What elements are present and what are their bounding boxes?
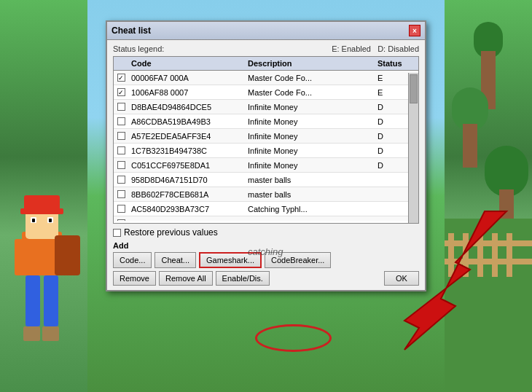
table-row: AC5840D293BA73C7Catching Typhl... bbox=[114, 202, 418, 216]
row-description: Catching Ho-oh bbox=[245, 219, 375, 222]
row-checkbox-cell bbox=[114, 175, 128, 184]
row-code: E9EF5CA70B0030CF bbox=[128, 219, 245, 222]
row-checkbox-cell bbox=[114, 160, 128, 170]
bottom-buttons-row: Remove Remove All Enable/Dis. OK bbox=[113, 271, 419, 286]
row-checkbox[interactable] bbox=[117, 161, 125, 169]
table-row: E9EF5CA70B0030CFCatching Ho-oh bbox=[114, 216, 418, 221]
catching-annotation: catching bbox=[248, 246, 283, 257]
row-code: AC5840D293BA73C7 bbox=[128, 204, 245, 214]
col-checkbox bbox=[114, 58, 128, 68]
status-legend-row: Status legend: E: Enabled D: Disabled bbox=[113, 44, 419, 53]
dialog-titlebar: Cheat list × bbox=[107, 22, 425, 40]
row-checkbox-cell bbox=[114, 102, 128, 111]
row-code: 8BB602F78CEB681A bbox=[128, 189, 245, 200]
table-row: C051CCF6975E8DA1Infinite MoneyD bbox=[114, 158, 418, 173]
svg-rect-2 bbox=[15, 239, 29, 275]
restore-checkbox[interactable] bbox=[113, 229, 121, 237]
row-checkbox[interactable] bbox=[117, 146, 125, 154]
table-row: A57E2EDEA5AFF3E4Infinite MoneyD bbox=[114, 129, 418, 144]
row-description: master balls bbox=[245, 175, 375, 185]
svg-rect-23 bbox=[463, 233, 469, 277]
row-checkbox[interactable] bbox=[117, 74, 125, 82]
row-checkbox-cell bbox=[114, 73, 128, 82]
scrollbar[interactable] bbox=[408, 73, 418, 223]
status-legend-label: Status legend: bbox=[113, 44, 164, 53]
row-description: Catching Typhl... bbox=[245, 204, 375, 214]
svg-rect-7 bbox=[42, 326, 59, 341]
status-legend-key: E: Enabled D: Disabled bbox=[332, 44, 419, 53]
cheat-table: Code Description Status 00006FA7 000AMas… bbox=[113, 56, 419, 224]
table-body: 00006FA7 000AMaster Code Fo...E1006AF88 … bbox=[114, 71, 418, 221]
remove-button[interactable]: Remove bbox=[113, 271, 156, 286]
restore-label: Restore previous values bbox=[124, 227, 218, 238]
row-description: Infinite Money bbox=[245, 117, 375, 127]
svg-rect-24 bbox=[477, 233, 483, 277]
row-code: 1C7B3231B494738C bbox=[128, 146, 245, 156]
svg-rect-4 bbox=[26, 275, 40, 326]
svg-rect-22 bbox=[448, 233, 454, 277]
table-row: 8BB602F78CEB681Amaster balls bbox=[114, 187, 418, 202]
table-header: Code Description Status bbox=[114, 57, 418, 71]
cheat-button[interactable]: Cheat... bbox=[154, 252, 196, 268]
row-checkbox-cell bbox=[114, 146, 128, 155]
ok-button[interactable]: OK bbox=[384, 271, 419, 286]
col-code: Code bbox=[128, 58, 245, 68]
row-code: A57E2EDEA5AFF3E4 bbox=[128, 131, 245, 141]
row-description: Infinite Money bbox=[245, 160, 375, 170]
svg-rect-13 bbox=[49, 219, 52, 222]
row-checkbox[interactable] bbox=[117, 103, 125, 111]
col-description: Description bbox=[245, 58, 375, 68]
game-character bbox=[0, 173, 84, 392]
restore-row: Restore previous values bbox=[113, 227, 419, 238]
row-checkbox-cell bbox=[114, 131, 128, 141]
row-checkbox[interactable] bbox=[117, 190, 125, 198]
row-checkbox-cell bbox=[114, 219, 128, 221]
svg-rect-27 bbox=[445, 240, 532, 246]
remove-all-button[interactable]: Remove All bbox=[159, 271, 213, 286]
row-code: 958D8D46A7151D70 bbox=[128, 175, 245, 185]
table-row: 1006AF88 0007Master Code Fo...E bbox=[114, 85, 418, 100]
row-checkbox[interactable] bbox=[117, 88, 125, 96]
svg-rect-6 bbox=[23, 326, 40, 341]
svg-rect-12 bbox=[32, 219, 35, 222]
row-checkbox[interactable] bbox=[117, 117, 125, 125]
row-description: Infinite Money bbox=[245, 131, 375, 141]
close-button[interactable]: × bbox=[409, 25, 420, 36]
svg-rect-5 bbox=[44, 275, 58, 326]
row-checkbox[interactable] bbox=[117, 132, 125, 140]
svg-rect-28 bbox=[445, 259, 532, 264]
svg-rect-9 bbox=[20, 208, 63, 214]
svg-rect-18 bbox=[463, 124, 477, 168]
code-button[interactable]: Code... bbox=[113, 252, 152, 268]
table-row: A86CDBA519BA49B3Infinite MoneyD bbox=[114, 114, 418, 129]
row-checkbox-cell bbox=[114, 87, 128, 97]
enable-disable-button[interactable]: Enable/Dis. bbox=[216, 271, 270, 286]
row-checkbox-cell bbox=[114, 189, 128, 199]
trees-right bbox=[445, 0, 532, 392]
scroll-thumb[interactable] bbox=[410, 74, 418, 103]
row-checkbox[interactable] bbox=[117, 219, 125, 221]
row-description: Infinite Money bbox=[245, 146, 375, 156]
row-code: C051CCF6975E8DA1 bbox=[128, 160, 245, 170]
row-description: Master Code Fo... bbox=[245, 73, 375, 83]
table-row: 00006FA7 000AMaster Code Fo...E bbox=[114, 71, 418, 85]
table-row: 1C7B3231B494738CInfinite MoneyD bbox=[114, 144, 418, 158]
svg-rect-26 bbox=[506, 233, 512, 277]
row-code: A86CDBA519BA49B3 bbox=[128, 117, 245, 127]
dialog-title: Cheat list bbox=[112, 26, 151, 36]
row-checkbox[interactable] bbox=[117, 176, 125, 184]
row-description: Infinite Money bbox=[245, 102, 375, 112]
row-code: D8BAE4D94864DCE5 bbox=[128, 102, 245, 112]
row-checkbox[interactable] bbox=[117, 205, 125, 213]
row-description: master balls bbox=[245, 189, 375, 200]
row-checkbox-cell bbox=[114, 117, 128, 126]
row-description: Master Code Fo... bbox=[245, 87, 375, 98]
table-row: 958D8D46A7151D70master balls bbox=[114, 173, 418, 187]
row-code: 00006FA7 000A bbox=[128, 73, 245, 83]
svg-rect-25 bbox=[492, 233, 498, 277]
row-code: 1006AF88 0007 bbox=[128, 87, 245, 98]
table-row: D8BAE4D94864DCE5Infinite MoneyD bbox=[114, 100, 418, 114]
row-checkbox-cell bbox=[114, 204, 128, 213]
svg-rect-19 bbox=[485, 146, 528, 197]
col-status: Status bbox=[375, 58, 418, 68]
